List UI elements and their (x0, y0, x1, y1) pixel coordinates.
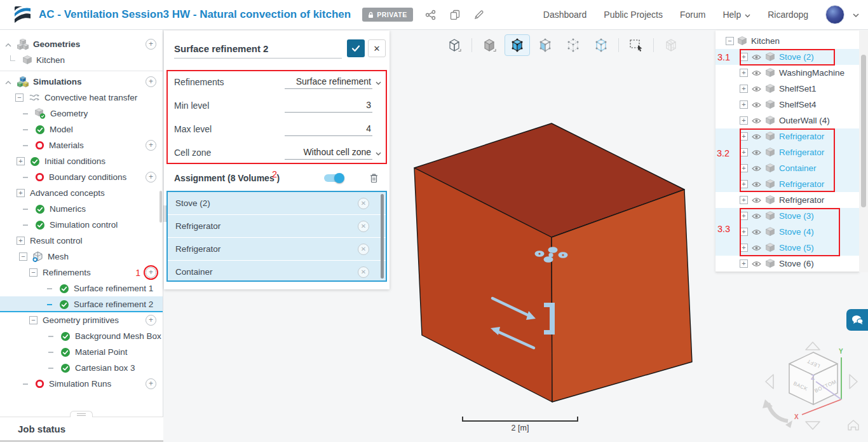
remove-assignment-icon[interactable]: ✕ (358, 221, 369, 232)
collapse-expander[interactable]: − (726, 37, 734, 45)
scene-tree-scrollbar-track[interactable] (859, 31, 868, 272)
add-button[interactable]: + (146, 267, 156, 278)
nav-link-public-projects[interactable]: Public Projects (604, 10, 663, 20)
vertex-selection-button[interactable] (560, 34, 586, 56)
sidebar-scrollbar[interactable] (159, 191, 162, 223)
input-max-level[interactable]: 4 (285, 122, 372, 136)
visibility-eye-icon[interactable] (752, 213, 761, 219)
face-selection-button[interactable] (532, 34, 558, 56)
visibility-eye-icon[interactable] (752, 165, 761, 172)
confirm-button[interactable] (347, 39, 365, 57)
cancel-button[interactable]: ✕ (368, 39, 386, 57)
scene-item-stove-4[interactable]: +Stove (4) (715, 224, 859, 240)
input-min-level[interactable]: 3 (285, 99, 372, 113)
sidebar-item-model[interactable]: Model (0, 121, 163, 137)
username[interactable]: Ricardopg (768, 10, 808, 20)
sidebar-item-numerics[interactable]: Numerics (0, 201, 163, 217)
remove-assignment-icon[interactable]: ✕ (358, 198, 369, 209)
expand-expander[interactable]: + (740, 132, 748, 141)
sidebar-item-mesh[interactable]: −Mesh (0, 249, 163, 265)
edit-pencil-icon[interactable] (473, 8, 485, 21)
visibility-eye-icon[interactable] (752, 197, 761, 204)
assignment-list-scrollbar[interactable] (381, 194, 384, 279)
visibility-eye-icon[interactable] (752, 245, 761, 251)
scene-item-stove-2[interactable]: +Stove (2) (715, 49, 859, 65)
collapse-expander[interactable]: − (15, 93, 24, 102)
scene-item-shelfset4[interactable]: +ShelfSet4 (715, 97, 859, 113)
wireframe-view-button[interactable] (442, 34, 467, 56)
sidebar-item-simulations[interactable]: Simulations+ (0, 74, 163, 90)
sidebar-item-kitchen[interactable]: Kitchen (0, 52, 163, 68)
remove-assignment-icon[interactable]: ✕ (358, 266, 369, 278)
expand-expander[interactable]: + (740, 100, 748, 109)
scene-item-stove-3[interactable]: +Stove (3) (715, 208, 859, 224)
sidebar-item-material-point[interactable]: Material Point (0, 344, 163, 360)
expand-expander[interactable]: + (740, 53, 748, 61)
sidebar-item-materials[interactable]: Materials+ (0, 137, 163, 153)
navigation-cube[interactable]: LEFT BACK BOTTOM Y X Z (757, 333, 865, 438)
delete-assignment-button[interactable] (366, 170, 381, 186)
visibility-eye-icon[interactable] (752, 261, 761, 267)
kitchen-geometry-model[interactable] (394, 108, 712, 413)
scene-item-shelfset1[interactable]: +ShelfSet1 (715, 81, 859, 97)
panel-resize-handle[interactable] (163, 205, 166, 222)
assignment-toggle[interactable] (324, 174, 343, 182)
sidebar-item-boundary-conditions[interactable]: Boundary conditions+ (0, 169, 163, 185)
collapse-expander[interactable]: − (29, 316, 37, 324)
sidebar-item-geometries[interactable]: Geometries+ (0, 36, 163, 52)
expand-expander[interactable]: + (740, 180, 748, 188)
visibility-eye-icon[interactable] (752, 181, 761, 188)
visibility-eye-icon[interactable] (752, 86, 761, 92)
scene-tree-scrollbar-thumb[interactable] (861, 55, 866, 207)
sidebar-item-simulation-runs[interactable]: Simulation Runs+ (0, 376, 163, 392)
refinement-name-input[interactable] (174, 39, 342, 59)
add-button[interactable]: + (146, 378, 156, 389)
sidebar-item-convective-heat-transfer[interactable]: −Convective heat transfer (0, 90, 163, 106)
expand-expander[interactable]: + (740, 259, 748, 268)
avatar[interactable] (825, 5, 844, 24)
scene-item-container[interactable]: +Container (715, 160, 859, 176)
edge-selection-button[interactable] (588, 34, 614, 56)
scene-item-refrigerator[interactable]: +Refrigerator (715, 176, 859, 192)
solid-view-button[interactable] (477, 34, 502, 56)
assignment-item-refrigerator[interactable]: Refrigerator✕ (168, 215, 386, 237)
expand-expander[interactable]: + (17, 237, 25, 245)
add-button[interactable]: + (146, 140, 156, 151)
visibility-eye-icon[interactable] (752, 102, 761, 108)
expand-expander[interactable]: + (740, 116, 748, 125)
expand-expander[interactable]: + (740, 148, 748, 156)
sidebar-item-surface-refinement-1[interactable]: Surface refinement 1 (0, 280, 163, 296)
remove-assignment-icon[interactable]: ✕ (358, 244, 369, 255)
support-chat-button[interactable] (846, 309, 868, 331)
scene-item-outerwall-4[interactable]: +OuterWall (4) (715, 113, 859, 128)
scene-item-refrigerator[interactable]: +Refrigerator (715, 144, 859, 160)
collapse-expander[interactable]: − (19, 252, 27, 261)
expand-expander[interactable]: + (740, 85, 748, 93)
sidebar-item-result-control[interactable]: +Result control (0, 233, 163, 249)
sidebar-item-simulation-control[interactable]: Simulation control (0, 217, 163, 233)
sidebar-item-geometry[interactable]: Geometry (0, 106, 163, 121)
visibility-eye-icon[interactable] (752, 70, 761, 76)
scene-item-stove-6[interactable]: +Stove (6) (715, 256, 859, 272)
nav-link-forum[interactable]: Forum (680, 10, 705, 20)
select-refinements[interactable]: Surface refinement (285, 75, 372, 89)
add-button[interactable]: + (146, 39, 156, 50)
scene-item-washingmachine[interactable]: +WashingMachine (715, 65, 859, 81)
scene-item-refrigerator[interactable]: +Refrigerator (715, 192, 859, 208)
visibility-eye-icon[interactable] (752, 118, 761, 124)
scene-item-kitchen[interactable]: −Kitchen (715, 33, 859, 49)
expand-expander[interactable]: + (740, 196, 748, 204)
collapse-expander[interactable]: − (29, 268, 37, 277)
sidebar-item-geometry-primitives[interactable]: −Geometry primitives+ (0, 312, 163, 328)
simscale-logo-icon[interactable] (14, 6, 31, 24)
add-button[interactable]: + (146, 76, 156, 87)
chevron-down-icon[interactable] (853, 10, 859, 20)
visibility-eye-icon[interactable] (752, 54, 761, 60)
sidebar-item-refinements[interactable]: −Refinements1+ (0, 265, 163, 280)
expand-expander[interactable]: + (740, 244, 748, 252)
collapse-chevron-icon[interactable] (5, 77, 11, 86)
visibility-eye-icon[interactable] (752, 229, 761, 235)
share-icon[interactable] (424, 8, 437, 21)
scene-item-stove-5[interactable]: +Stove (5) (715, 240, 859, 256)
expand-expander[interactable]: + (740, 164, 748, 172)
